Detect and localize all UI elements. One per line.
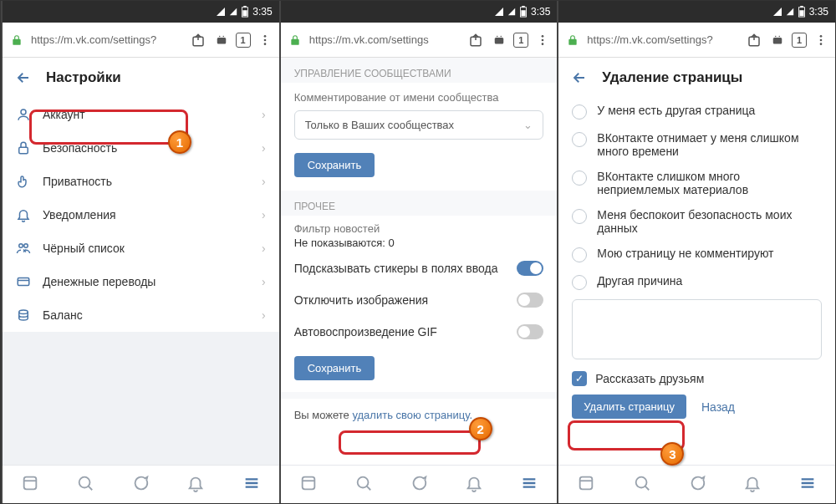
filter-value: Не показываются: 0 [281, 237, 558, 252]
comment-select[interactable]: Только в Ваших сообществах ⌄ [294, 110, 544, 140]
android-icon[interactable] [490, 31, 508, 49]
browser-bar: https://m.vk.com/settings? 1 [558, 23, 835, 58]
nav-search-icon[interactable] [76, 474, 94, 496]
save-button-1[interactable]: Сохранить [294, 153, 375, 177]
svg-point-10 [21, 109, 26, 115]
delete-button[interactable]: Удалить страницу [572, 395, 686, 419]
radio-other-page[interactable]: У меня есть другая страница [558, 98, 835, 125]
svg-point-5 [219, 35, 221, 37]
url[interactable]: https://m.vk.com/settings [309, 33, 462, 46]
nav-menu-icon[interactable] [242, 474, 261, 496]
item-account[interactable]: Аккаунт › [3, 98, 279, 131]
radio-bad-content[interactable]: ВКонтакте слишком много неприемлемых мат… [558, 164, 835, 202]
item-blacklist[interactable]: Чёрный список › [3, 232, 279, 265]
nav-search-icon[interactable] [633, 474, 651, 496]
chevron-right-icon: › [262, 242, 266, 255]
back-arrow-icon[interactable] [572, 70, 587, 85]
signal-icon [494, 7, 504, 17]
radio-security[interactable]: Меня беспокоит безопасность моих данных [558, 202, 835, 241]
save-button-2[interactable]: Сохранить [294, 356, 375, 380]
signal2-icon [507, 8, 516, 16]
svg-point-41 [635, 476, 646, 487]
toggle-switch[interactable] [517, 261, 543, 276]
nav-menu-icon[interactable] [798, 474, 817, 496]
tab-count[interactable]: 1 [792, 33, 807, 48]
share-icon[interactable] [466, 31, 485, 49]
toggle-gif[interactable]: Автовоспроизведение GIF [281, 316, 558, 348]
back-arrow-icon[interactable] [16, 70, 31, 85]
bottom-nav [3, 465, 279, 503]
phone-3: 3:35 https://m.vk.com/settings? 1 Удален… [557, 1, 835, 503]
radio-icon [572, 132, 587, 147]
radio-label: Другая причина [597, 274, 682, 288]
reason-textarea[interactable] [572, 299, 822, 359]
nav-news-icon[interactable] [299, 474, 318, 496]
toggle-switch[interactable] [517, 324, 543, 339]
share-icon[interactable] [745, 31, 763, 49]
delete-footnote: Вы можете удалить свою страницу. [281, 399, 558, 431]
toggle-images[interactable]: Отключить изображения [281, 284, 558, 316]
card-icon [16, 274, 31, 289]
nav-notif-icon[interactable] [186, 474, 205, 496]
nav-messages-icon[interactable] [688, 474, 706, 496]
item-balance[interactable]: Баланс › [3, 298, 279, 332]
radio-label: Мою страницу не комментируют [597, 247, 773, 260]
svg-point-37 [820, 35, 823, 38]
filter-label: Фильтр новостей [281, 216, 558, 237]
radio-other[interactable]: Другая причина [558, 268, 835, 296]
item-security[interactable]: Безопасность › [3, 131, 279, 165]
url[interactable]: https://m.vk.com/settings? [587, 33, 740, 46]
nav-news-icon[interactable] [577, 474, 595, 496]
url[interactable]: https://m.vk.com/settings? [31, 33, 184, 46]
nav-notif-icon[interactable] [465, 474, 483, 496]
nav-notif-icon[interactable] [743, 474, 762, 496]
toggle-switch[interactable] [517, 293, 543, 308]
blacklist-icon [16, 241, 31, 256]
android-icon[interactable] [768, 31, 787, 49]
item-label: Денежные переводы [43, 275, 155, 288]
nav-menu-icon[interactable] [520, 474, 538, 496]
page-header: Удаление страницы [558, 58, 835, 98]
radio-no-comments[interactable]: Мою страницу не комментируют [558, 241, 835, 268]
separator [3, 332, 279, 465]
back-link[interactable]: Назад [701, 400, 735, 414]
radio-too-much-time[interactable]: ВКонтакте отнимает у меня слишком много … [558, 125, 835, 164]
item-label: Аккаунт [43, 108, 85, 121]
more-icon[interactable] [533, 31, 552, 49]
svg-point-24 [501, 35, 502, 37]
svg-point-39 [820, 43, 823, 45]
statusbar: 3:35 [281, 1, 558, 23]
svg-rect-34 [773, 38, 782, 44]
svg-point-23 [497, 35, 498, 37]
section-other: ПРОЧЕЕ [281, 191, 558, 216]
toggle-stickers[interactable]: Подсказывать стикеры в полях ввода [281, 252, 558, 284]
svg-rect-11 [19, 147, 28, 154]
item-notifications[interactable]: Уведомления › [3, 198, 279, 232]
nav-search-icon[interactable] [354, 474, 373, 496]
svg-point-9 [263, 43, 266, 45]
nav-messages-icon[interactable] [131, 474, 150, 496]
tab-count[interactable]: 1 [513, 33, 528, 48]
chevron-right-icon: › [262, 275, 266, 288]
nav-news-icon[interactable] [21, 474, 39, 496]
settings-advanced-content: УПРАВЛЕНИЕ СООБЩЕСТВАМИ Комментирование … [281, 58, 558, 465]
share-icon[interactable] [189, 31, 207, 49]
svg-point-7 [263, 35, 266, 38]
tell-friends-row[interactable]: ✓ Рассказать друзьям [558, 368, 835, 395]
delete-page-link[interactable]: удалить свою страницу. [352, 409, 472, 421]
hand-icon [16, 174, 31, 189]
checkbox-checked-icon[interactable]: ✓ [572, 371, 587, 386]
tab-count[interactable]: 1 [236, 33, 251, 48]
item-label: Баланс [43, 308, 83, 322]
android-icon[interactable] [212, 31, 231, 49]
more-icon[interactable] [812, 31, 830, 49]
delete-page-content: Удаление страницы У меня есть другая стр… [558, 58, 835, 465]
status-time: 3:35 [252, 6, 272, 18]
item-payments[interactable]: Денежные переводы › [3, 265, 279, 298]
svg-rect-22 [495, 38, 504, 44]
nav-messages-icon[interactable] [410, 474, 428, 496]
svg-rect-31 [800, 6, 803, 8]
more-icon[interactable] [256, 31, 274, 49]
statusbar: 3:35 [558, 1, 835, 23]
item-privacy[interactable]: Приватность › [3, 165, 279, 198]
